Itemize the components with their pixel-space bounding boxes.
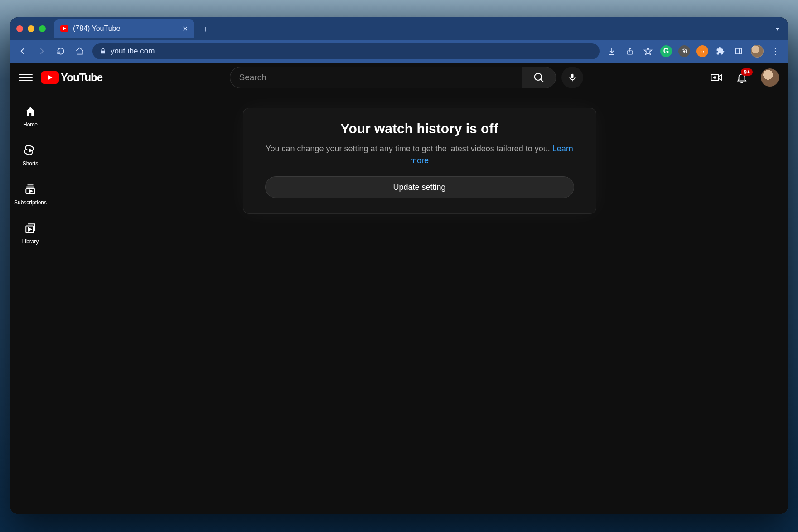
extension-reddit-icon[interactable] — [696, 45, 708, 57]
search-bar — [230, 67, 556, 88]
sidebar-item-label: Home — [23, 121, 38, 128]
svg-point-10 — [534, 73, 541, 80]
lock-icon — [100, 48, 106, 54]
search-button[interactable] — [522, 67, 556, 88]
youtube-favicon-icon — [60, 25, 68, 32]
chrome-menu-button[interactable]: ⋮ — [770, 45, 782, 57]
sidebar-item-library[interactable]: Library — [10, 214, 51, 253]
sidebar-item-label: Library — [22, 238, 39, 245]
search-input[interactable] — [230, 67, 522, 88]
window-controls — [16, 25, 46, 32]
tab-strip: (784) YouTube ✕ ＋ ▾ — [10, 17, 788, 40]
svg-point-4 — [699, 48, 705, 54]
svg-rect-7 — [735, 48, 742, 54]
yt-main: Your watch history is off You can change… — [51, 92, 788, 514]
window-minimize-button[interactable] — [28, 25, 34, 32]
sidebar-item-label: Subscriptions — [14, 199, 47, 206]
new-tab-button[interactable]: ＋ — [198, 21, 213, 36]
youtube-logo-text: YouTube — [61, 71, 102, 84]
create-video-button[interactable] — [710, 71, 723, 84]
sidebar-item-shorts[interactable]: Shorts — [10, 136, 51, 175]
svg-marker-23 — [29, 228, 31, 231]
youtube-logo[interactable]: YouTube — [41, 71, 102, 84]
svg-rect-12 — [571, 74, 573, 78]
address-bar: youtube.com G — [10, 40, 788, 63]
omnibox[interactable]: youtube.com — [92, 43, 600, 59]
share-icon[interactable] — [624, 45, 636, 57]
extensions-puzzle-icon[interactable] — [715, 45, 726, 57]
nav-home-button[interactable] — [73, 45, 86, 58]
svg-marker-0 — [63, 27, 66, 30]
window-close-button[interactable] — [16, 25, 23, 32]
svg-marker-21 — [29, 190, 33, 192]
svg-point-6 — [703, 51, 704, 52]
tabs-dropdown-button[interactable]: ▾ — [776, 25, 779, 32]
account-avatar[interactable] — [761, 68, 779, 87]
youtube-play-icon — [41, 71, 59, 84]
hamburger-menu-button[interactable] — [19, 71, 33, 84]
update-setting-button[interactable]: Update setting — [265, 176, 574, 198]
nav-forward-button[interactable] — [35, 45, 48, 58]
omnibox-url: youtube.com — [111, 47, 155, 56]
svg-point-5 — [701, 51, 701, 52]
sidebar-item-home[interactable]: Home — [10, 97, 51, 136]
youtube-app: YouTube 9+ — [10, 63, 788, 514]
subscriptions-icon — [24, 183, 37, 196]
toolbar-actions: G ⋮ — [606, 45, 782, 58]
card-title: Your watch history is off — [265, 121, 574, 136]
voice-search-button[interactable] — [561, 67, 583, 88]
tab-close-button[interactable]: ✕ — [182, 24, 188, 33]
shorts-icon — [24, 144, 37, 157]
extension-grammarly-icon[interactable]: G — [660, 45, 672, 57]
sidebar-item-label: Shorts — [23, 160, 39, 167]
browser-window: (784) YouTube ✕ ＋ ▾ youtube.com — [10, 17, 788, 514]
browser-tab[interactable]: (784) YouTube ✕ — [54, 19, 194, 38]
yt-header: YouTube 9+ — [10, 63, 788, 92]
side-panel-icon[interactable] — [733, 45, 745, 57]
watch-history-off-card: Your watch history is off You can change… — [243, 108, 596, 214]
extension-camera-icon[interactable] — [678, 45, 690, 57]
card-body-text: You can change your setting at any time … — [266, 144, 552, 153]
downloads-icon[interactable] — [606, 45, 618, 57]
notifications-button[interactable]: 9+ — [735, 71, 748, 84]
chrome-profile-avatar[interactable] — [751, 45, 764, 58]
library-icon — [24, 222, 37, 235]
home-icon — [24, 105, 37, 118]
svg-marker-17 — [29, 149, 32, 152]
bookmark-star-icon[interactable] — [642, 45, 654, 57]
window-zoom-button[interactable] — [39, 25, 46, 32]
nav-reload-button[interactable] — [54, 45, 67, 58]
tab-title: (784) YouTube — [73, 24, 120, 33]
notification-badge: 9+ — [741, 68, 753, 76]
nav-back-button[interactable] — [16, 45, 29, 58]
yt-sidebar: Home Shorts Subscriptions Library — [10, 92, 51, 514]
svg-line-11 — [541, 79, 543, 82]
svg-marker-9 — [48, 75, 53, 80]
svg-point-3 — [683, 50, 686, 53]
svg-marker-2 — [644, 48, 652, 55]
yt-header-actions: 9+ — [710, 68, 779, 87]
card-body: You can change your setting at any time … — [265, 143, 574, 166]
sidebar-item-subscriptions[interactable]: Subscriptions — [10, 175, 51, 214]
